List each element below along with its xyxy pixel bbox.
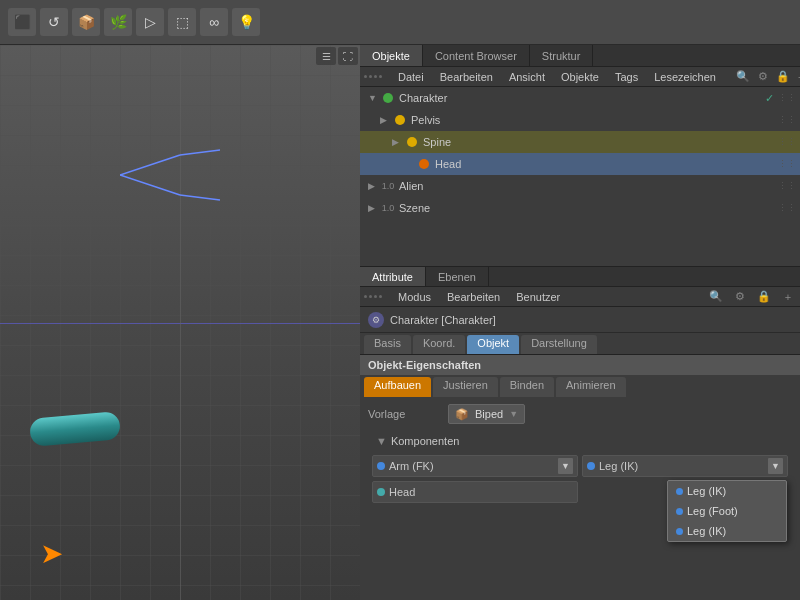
tab-objekt[interactable]: Objekt — [467, 335, 519, 354]
tree-icon-alien: 1.0 — [380, 178, 396, 194]
comp-label-arm-fk: Arm (FK) — [389, 460, 554, 472]
tree-item-alien[interactable]: ▶ 1.0 Alien ⋮⋮ — [360, 175, 800, 197]
tree-icon-head — [416, 156, 432, 172]
menu-lesezeichen[interactable]: Lesezeichen — [650, 71, 720, 83]
vp-menu-btn[interactable]: ☰ — [316, 47, 336, 65]
comp-label-leg-ik: Leg (IK) — [599, 460, 764, 472]
vorlage-label: Vorlage — [368, 408, 448, 420]
vorlage-icon: 📦 — [455, 408, 469, 421]
search-icon-btn[interactable]: 🔍 — [736, 69, 750, 85]
comp-label-head: Head — [389, 486, 573, 498]
tool-play-icon[interactable]: ▷ — [136, 8, 164, 36]
tree-dots-head: ⋮⋮ — [778, 159, 796, 169]
tab-darstellung[interactable]: Darstellung — [521, 335, 597, 354]
tab-koord[interactable]: Koord. — [413, 335, 465, 354]
tree-item-spine[interactable]: ▶ Spine ⋮⋮ — [360, 131, 800, 153]
scene-tree[interactable]: ▼ Charakter ✓ ⋮⋮ ▶ Pelvis ⋮⋮ ▶ Spine ⋮⋮ — [360, 87, 800, 267]
svg-line-1 — [120, 175, 180, 195]
tab-animieren[interactable]: Animieren — [556, 377, 626, 397]
comp-item-arm-fk[interactable]: Arm (FK) ▼ — [372, 455, 578, 477]
menu-objekte[interactable]: Objekte — [557, 71, 603, 83]
tree-item-pelvis[interactable]: ▶ Pelvis ⋮⋮ — [360, 109, 800, 131]
attr-tabs: Attribute Ebenen — [360, 267, 800, 287]
lock-icon-btn[interactable]: 🔒 — [776, 69, 790, 85]
tab-binden[interactable]: Binden — [500, 377, 554, 397]
tool-plant-icon[interactable]: 🌿 — [104, 8, 132, 36]
attr-panel: Attribute Ebenen Modus Bearbeiten Benutz… — [360, 267, 800, 600]
viewport-controls: ☰ ⛶ — [316, 47, 358, 65]
comp-item-leg-ik[interactable]: Leg (IK) ▼ Leg (IK) Leg (Foot) — [582, 455, 788, 477]
comp-dropdown-arm-fk[interactable]: ▼ — [558, 458, 573, 474]
dd-label-1: Leg (IK) — [687, 485, 726, 497]
tab-attribute[interactable]: Attribute — [360, 267, 426, 286]
menu-ansicht[interactable]: Ansicht — [505, 71, 549, 83]
dd-item-leg-ik-1[interactable]: Leg (IK) — [668, 481, 786, 501]
leg-dropdown-menu: Leg (IK) Leg (Foot) Leg (IK) — [667, 480, 787, 542]
tool-box-icon[interactable]: 📦 — [72, 8, 100, 36]
menu-bearbeiten[interactable]: Bearbeiten — [436, 71, 497, 83]
tab-ebenen[interactable]: Ebenen — [426, 267, 489, 286]
vorlage-dropdown[interactable]: 📦 Biped ▼ — [448, 404, 525, 424]
top-tabs: Objekte Content Browser Struktur — [360, 45, 800, 67]
dd-item-leg-foot[interactable]: Leg (Foot) — [668, 501, 786, 521]
dd-item-leg-ik-2[interactable]: Leg (IK) — [668, 521, 786, 541]
attr-plus-icon[interactable]: + — [780, 289, 796, 305]
tree-arrow-alien: ▶ — [368, 181, 380, 191]
tree-icon-szene: 1.0 — [380, 200, 396, 216]
attr-lock-icon[interactable]: 🔒 — [756, 289, 772, 305]
attr-search-icon[interactable]: 🔍 — [708, 289, 724, 305]
tree-arrow-charakter: ▼ — [368, 93, 380, 103]
tab-struktur[interactable]: Struktur — [530, 45, 594, 66]
vp-maximize-btn[interactable]: ⛶ — [338, 47, 358, 65]
vorlage-text: Biped — [475, 408, 503, 420]
viewport-inner: ➤ ☰ ⛶ — [0, 45, 360, 600]
viewport[interactable]: ➤ ☰ ⛶ — [0, 45, 360, 600]
inner-tabs: Aufbauen Justieren Binden Animieren — [360, 375, 800, 397]
tree-label-pelvis: Pelvis — [411, 114, 774, 126]
tool-loop-icon[interactable]: ∞ — [200, 8, 228, 36]
tree-icon-pelvis — [392, 112, 408, 128]
tool-rotate-icon[interactable]: ↺ — [40, 8, 68, 36]
attr-menu-bearbeiten[interactable]: Bearbeiten — [443, 291, 504, 303]
tree-arrow-pelvis: ▶ — [380, 115, 392, 125]
tree-item-charakter[interactable]: ▼ Charakter ✓ ⋮⋮ — [360, 87, 800, 109]
tab-aufbauen[interactable]: Aufbauen — [364, 377, 431, 397]
charakter-label: Charakter [Charakter] — [390, 314, 496, 326]
tree-item-szene[interactable]: ▶ 1.0 Szene ⋮⋮ — [360, 197, 800, 219]
right-panel: Objekte Content Browser Struktur Datei B… — [360, 45, 800, 600]
tab-content-browser[interactable]: Content Browser — [423, 45, 530, 66]
tree-item-head[interactable]: ▶ Head ⋮⋮ — [360, 153, 800, 175]
charakter-icon: ⚙ — [368, 312, 384, 328]
tab-basis[interactable]: Basis — [364, 335, 411, 354]
tree-dots-charakter: ⋮⋮ — [778, 93, 796, 103]
tree-dots-szene: ⋮⋮ — [778, 203, 796, 213]
tree-icon-spine — [404, 134, 420, 150]
komponenten-arrow-icon: ▼ — [376, 435, 387, 447]
dd-label-3: Leg (IK) — [687, 525, 726, 537]
tab-justieren[interactable]: Justieren — [433, 377, 498, 397]
comp-dropdown-leg-ik[interactable]: ▼ — [768, 458, 783, 474]
tree-dots-alien: ⋮⋮ — [778, 181, 796, 191]
tab-objekte[interactable]: Objekte — [360, 45, 423, 66]
tree-label-alien: Alien — [399, 180, 774, 192]
dd-dot-1 — [676, 488, 683, 495]
comp-item-head[interactable]: Head — [372, 481, 578, 503]
tool-light-icon[interactable]: 💡 — [232, 8, 260, 36]
tool-grid-icon[interactable]: ⬚ — [168, 8, 196, 36]
main-layout: ➤ ☰ ⛶ Objekte Content Browser Struktur D… — [0, 45, 800, 600]
tree-label-spine: Spine — [423, 136, 774, 148]
settings-icon-btn[interactable]: ⚙ — [758, 69, 768, 85]
attr-menu-benutzer[interactable]: Benutzer — [512, 291, 564, 303]
attr-drag-handle — [364, 295, 382, 298]
svg-line-0 — [120, 155, 180, 175]
tree-arrow-spine: ▶ — [392, 137, 404, 147]
dd-dot-2 — [676, 508, 683, 515]
objekt-header-label: Objekt-Eigenschaften — [368, 359, 481, 371]
menu-datei[interactable]: Datei — [394, 71, 428, 83]
svg-line-2 — [180, 150, 220, 155]
tree-label-charakter: Charakter — [399, 92, 761, 104]
attr-settings-icon[interactable]: ⚙ — [732, 289, 748, 305]
attr-menu-modus[interactable]: Modus — [394, 291, 435, 303]
menu-tags[interactable]: Tags — [611, 71, 642, 83]
tool-move-icon[interactable]: ⬛ — [8, 8, 36, 36]
